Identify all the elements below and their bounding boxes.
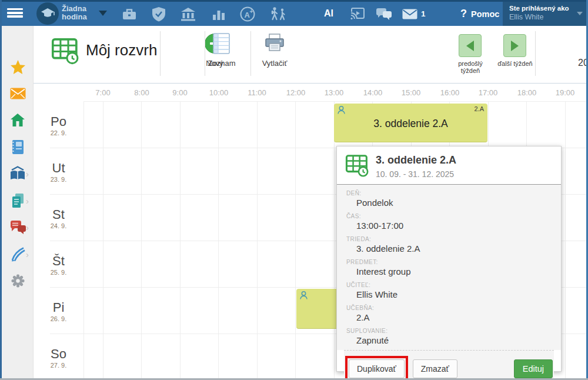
- chat-chevron-icon: ›: [26, 223, 32, 232]
- pen-chevron-icon: ›: [26, 250, 32, 259]
- field-label: SUPLOVANIE:: [346, 327, 552, 335]
- time-label: 13:00: [315, 88, 353, 97]
- header-separator: [205, 31, 205, 76]
- hamburger-menu-icon[interactable]: [7, 8, 23, 19]
- user-name: Ellis White: [509, 13, 571, 22]
- schedule-event-monday[interactable]: 2.A 3. oddelenie 2.A: [334, 104, 487, 142]
- time-label: 9:00: [161, 88, 199, 97]
- home-icon[interactable]: [9, 112, 26, 128]
- day-date: 22. 9.: [34, 129, 83, 136]
- previous-week-label[interactable]: predošlý týždeň: [448, 60, 493, 74]
- popup-footer: Duplikovať Zmazať Edituj: [344, 350, 554, 380]
- chat-communication-icon[interactable]: [9, 219, 26, 235]
- next-week-label[interactable]: ďalší týždeň: [497, 60, 533, 67]
- user-dropdown-caret-icon: [577, 12, 583, 15]
- field-label: UČITEĽ:: [346, 281, 552, 289]
- field-value: Ellis White: [346, 289, 552, 300]
- person-icon: [299, 291, 309, 301]
- gear-settings-icon[interactable]: [9, 272, 26, 289]
- ai-menu-item[interactable]: AI: [324, 8, 333, 19]
- previous-week-arrow-icon: [466, 41, 474, 51]
- a-plus-grade-icon[interactable]: A +: [239, 6, 256, 22]
- day-label: Po: [34, 114, 83, 129]
- field-value: Zapnuté: [346, 335, 552, 346]
- day-label: Pi: [34, 300, 83, 315]
- print-button[interactable]: [264, 34, 285, 55]
- next-week-button[interactable]: [503, 34, 526, 57]
- time-label: 15:00: [392, 88, 430, 97]
- time-label: 8:00: [123, 88, 161, 97]
- logged-in-user-box[interactable]: Ste prihlásený ako Ellis White: [503, 2, 586, 26]
- day-date: 27. 9.: [34, 362, 83, 369]
- time-label: 7:00: [84, 88, 122, 97]
- field-value: 3. oddelenie 2.A: [346, 243, 552, 254]
- lesson-dropdown-caret-icon[interactable]: [99, 11, 107, 16]
- page-header: Môj rozvrh Nový Zoznam Vytlačiť: [34, 26, 586, 84]
- event-detail-popup: 3. oddelenie 2.A 10. 09. - 31. 12. 2025 …: [336, 146, 562, 372]
- day-date: 23. 9.: [34, 176, 83, 183]
- header-separator: [250, 31, 251, 76]
- next-week-arrow-icon: [511, 41, 519, 51]
- pen-grading-icon[interactable]: [9, 246, 26, 262]
- event-title: 3. oddelenie 2.A: [334, 117, 487, 129]
- time-label: 14:00: [354, 88, 392, 97]
- mail-envelope-icon[interactable]: [402, 6, 418, 22]
- day-date: 26. 9.: [34, 315, 83, 322]
- logged-in-as-label: Ste prihlásený ako: [509, 4, 571, 13]
- page-title: Môj rozvrh: [86, 41, 157, 59]
- field-label: DEŇ:: [346, 189, 552, 197]
- day-label: So: [34, 346, 83, 362]
- time-label: 11:00: [238, 88, 276, 97]
- mail-icon[interactable]: [9, 85, 26, 102]
- chat-bubbles-icon[interactable]: [375, 6, 393, 22]
- event-room: 2.A: [474, 105, 484, 112]
- time-label: 19:00: [546, 88, 584, 97]
- duplicate-button[interactable]: Duplikovať: [349, 359, 405, 378]
- svg-text:+: +: [250, 8, 253, 15]
- star-favorites-icon[interactable]: [9, 59, 26, 75]
- header-separator: [160, 31, 161, 76]
- delete-button[interactable]: Zmazať: [413, 359, 457, 378]
- library-book-icon[interactable]: [9, 165, 26, 182]
- graduation-cap-avatar[interactable]: [36, 2, 59, 25]
- popup-date-range: 10. 09. - 31. 12. 2025: [376, 169, 456, 179]
- field-label: UČEBŇA:: [346, 304, 552, 312]
- day-date: 25. 9.: [34, 269, 83, 276]
- field-value: Pondelok: [346, 197, 552, 208]
- app-window: Žiadna hodina: [0, 0, 588, 380]
- left-sidebar: › › › ›: [2, 26, 34, 378]
- field-value: Interest group: [346, 266, 552, 277]
- field-label: TRIEDA:: [346, 235, 552, 243]
- duplicate-highlight-box: Duplikovať: [345, 356, 408, 380]
- documents-chevron-icon: ›: [26, 196, 32, 206]
- previous-week-button[interactable]: [459, 34, 482, 57]
- list-button[interactable]: [213, 33, 230, 56]
- mail-badge: 1: [421, 9, 426, 18]
- field-label: PREDMET:: [346, 258, 552, 266]
- excursion-walkers-icon[interactable]: [269, 6, 288, 22]
- day-label: St: [34, 207, 83, 222]
- popup-body: DEŇ:Pondelok ČAS:13:00-17:00 TRIEDA:3. o…: [337, 185, 561, 350]
- popup-header: 3. oddelenie 2.A 10. 09. - 31. 12. 2025: [337, 146, 561, 185]
- institution-icon[interactable]: [180, 6, 196, 22]
- shield-check-icon[interactable]: [151, 6, 167, 22]
- edit-button[interactable]: Edituj: [514, 359, 553, 378]
- notebook-icon[interactable]: [9, 139, 26, 155]
- list-button-label[interactable]: Zoznam: [204, 59, 239, 68]
- briefcase-icon[interactable]: [121, 6, 138, 22]
- graduation-cap-icon: [40, 7, 55, 20]
- bar-chart-icon[interactable]: [211, 6, 227, 22]
- window-border-left: [0, 0, 2, 380]
- day-label: Št: [34, 254, 83, 269]
- cast-screen-icon[interactable]: [349, 6, 366, 22]
- field-value: 13:00-17:00: [346, 220, 552, 231]
- time-label: 18:00: [508, 88, 546, 97]
- top-bar: Žiadna hodina: [0, 2, 588, 26]
- current-lesson-selector[interactable]: Žiadna hodina: [62, 5, 98, 21]
- help-question-icon[interactable]: ?: [460, 8, 467, 20]
- time-label: 16:00: [431, 88, 469, 97]
- documents-copy-icon[interactable]: [9, 192, 26, 209]
- print-button-label[interactable]: Vytlačiť: [256, 59, 293, 68]
- time-label: 12:00: [277, 88, 315, 97]
- help-menu-item[interactable]: Pomoc: [471, 9, 499, 19]
